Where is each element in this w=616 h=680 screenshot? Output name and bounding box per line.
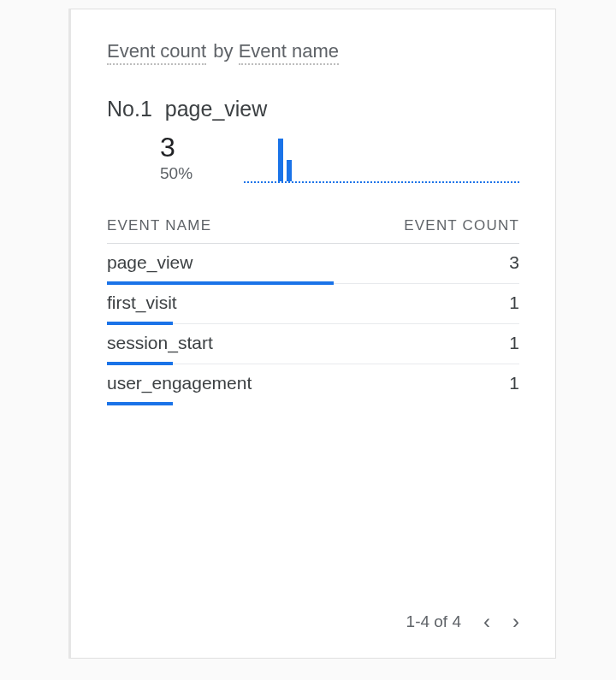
row-event-name: page_view bbox=[107, 252, 192, 273]
table-row[interactable]: page_view3 bbox=[107, 244, 519, 284]
row-bar bbox=[107, 402, 173, 405]
row-event-count: 1 bbox=[509, 333, 519, 353]
col-event-name: EVENT NAME bbox=[107, 217, 211, 234]
table-row[interactable]: user_engagement1 bbox=[107, 364, 519, 404]
next-page-button[interactable]: › bbox=[512, 610, 519, 634]
spark-bar bbox=[287, 160, 292, 181]
rank-name: page_view bbox=[165, 97, 268, 121]
row-event-count: 1 bbox=[509, 373, 519, 393]
summary-metrics: 3 50% bbox=[107, 133, 192, 183]
title-by: by bbox=[213, 40, 233, 62]
table-rows: page_view3first_visit1session_start1user… bbox=[107, 244, 519, 404]
summary-row: 3 50% bbox=[107, 130, 519, 183]
top-percent: 50% bbox=[160, 164, 192, 183]
sparkline-chart bbox=[244, 130, 519, 183]
card-title: Event count by Event name bbox=[107, 40, 519, 62]
pagination: 1-4 of 4 ‹ › bbox=[107, 610, 519, 634]
pagination-label: 1-4 of 4 bbox=[406, 612, 461, 631]
table-row[interactable]: first_visit1 bbox=[107, 284, 519, 324]
title-metric[interactable]: Event count bbox=[107, 40, 206, 65]
top-value: 3 bbox=[160, 133, 192, 161]
row-event-name: user_engagement bbox=[107, 373, 252, 393]
prev-page-button[interactable]: ‹ bbox=[483, 610, 490, 634]
rank-prefix: No.1 bbox=[107, 97, 152, 121]
table-header: EVENT NAME EVENT COUNT bbox=[107, 217, 519, 244]
row-event-count: 3 bbox=[509, 252, 519, 273]
title-dimension[interactable]: Event name bbox=[239, 40, 339, 65]
row-event-count: 1 bbox=[509, 293, 519, 313]
col-event-count: EVENT COUNT bbox=[404, 217, 519, 234]
top-rank: No.1 page_view bbox=[107, 97, 519, 121]
row-event-name: first_visit bbox=[107, 293, 177, 313]
row-event-name: session_start bbox=[107, 333, 213, 353]
spark-bar bbox=[278, 139, 283, 181]
event-count-card: Event count by Event name No.1 page_view… bbox=[68, 9, 556, 659]
table-row[interactable]: session_start1 bbox=[107, 324, 519, 364]
